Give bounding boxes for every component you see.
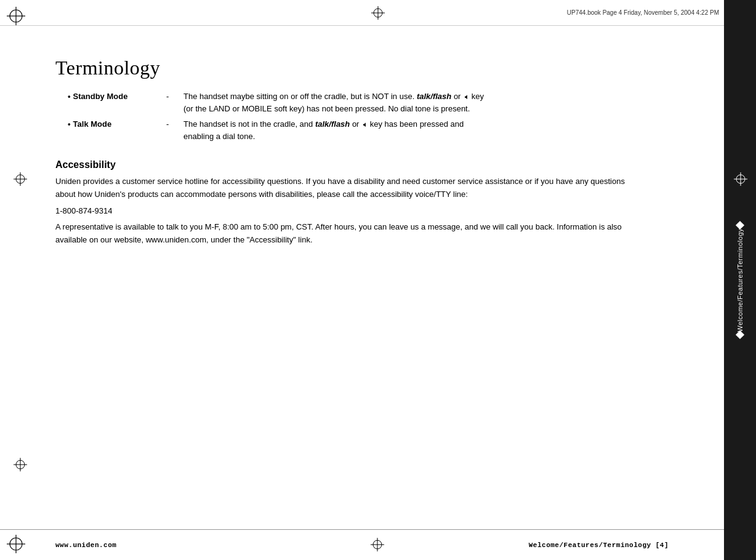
footer-left: www.uniden.com [55, 542, 116, 549]
main-content: Terminology Standby Mode - The handset m… [0, 26, 724, 529]
term-label-talk: Talk Mode [68, 118, 166, 142]
talk-flash-2: talk/flash [315, 119, 350, 129]
right-sidebar: Welcome/Features/Terminology [724, 0, 756, 560]
speaker-icon-1: 🔈︎ [463, 94, 469, 100]
sidebar-label: Welcome/Features/Terminology [736, 228, 744, 332]
term-row-standby: Standby Mode - The handset maybe sitting… [68, 90, 681, 114]
footer-right: Welcome/Features/Terminology [4] [529, 542, 669, 549]
accessibility-phone: 1-800-874-9314 [55, 205, 646, 218]
bottom-center-crosshair [371, 538, 385, 553]
dash-standby: - [166, 90, 176, 114]
talk-flash-1: talk/flash [417, 92, 451, 101]
term-label-standby: Standby Mode [68, 90, 166, 114]
accessibility-para2: A representative is available to talk to… [55, 221, 646, 247]
accessibility-para1: Uniden provides a customer service hotli… [55, 175, 646, 201]
term-row-talk: Talk Mode - The handset is not in the cr… [68, 118, 681, 142]
page-title: Terminology [55, 57, 681, 79]
accessibility-title: Accessibility [55, 159, 681, 170]
bottom-footer: www.uniden.com Welcome/Features/Terminol… [0, 529, 724, 560]
dash-talk: - [166, 118, 176, 142]
speaker-icon-2: 🔈︎ [361, 121, 368, 128]
term-desc-talk: The handset is not in the cradle, and ta… [183, 118, 464, 142]
header-text: UP744.book Page 4 Friday, November 5, 20… [567, 9, 719, 16]
term-desc-standby: The handset maybe sitting on or off the … [183, 90, 484, 114]
terminology-list: Standby Mode - The handset maybe sitting… [68, 90, 681, 142]
accessibility-section: Accessibility Uniden provides a customer… [55, 159, 681, 247]
top-center-crosshair [371, 6, 385, 22]
accessibility-body: Uniden provides a customer service hotli… [55, 175, 646, 247]
right-crosshair-top [734, 172, 747, 188]
